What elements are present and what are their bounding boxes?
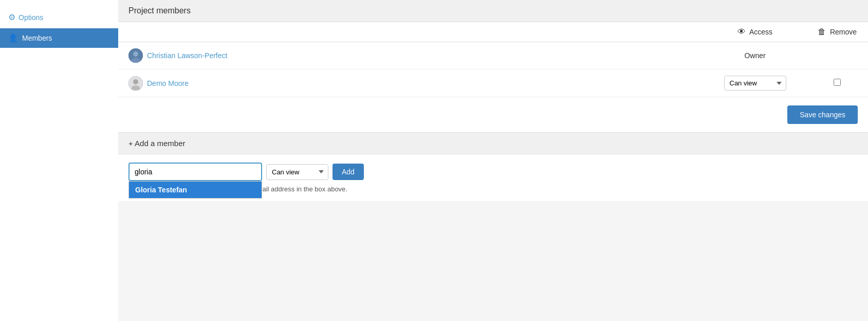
svg-point-1 — [133, 51, 138, 57]
add-member-body: Gloria Testefan Can view Can edit Can co… — [118, 154, 868, 201]
sidebar: ⚙ Options 👤 Members — [0, 0, 118, 321]
section-header: Project members — [118, 0, 868, 22]
demo-name-text: Demo Moore — [147, 79, 189, 87]
christian-name-text: Christian Lawson-Perfect — [147, 51, 227, 60]
sidebar-item-members[interactable]: 👤 Members — [0, 28, 118, 48]
table-row: Christian Lawson-Perfect Owner — [118, 42, 868, 69]
sidebar-options-label: Options — [19, 13, 43, 22]
autocomplete-item-gloria[interactable]: Gloria Testefan — [129, 182, 262, 198]
avatar-image-demo — [128, 76, 143, 91]
add-button[interactable]: Add — [333, 164, 364, 180]
member-name-demo[interactable]: Demo Moore — [128, 76, 693, 91]
table-row: Demo Moore Can view Can edit Can comment — [118, 69, 868, 97]
owner-text: Owner — [744, 51, 765, 60]
add-member-form: Gloria Testefan Can view Can edit Can co… — [128, 163, 858, 181]
td-remove-demo[interactable] — [806, 69, 868, 97]
access-column-label: Access — [749, 28, 772, 36]
section-title: Project members — [128, 6, 191, 15]
avatar-demo — [128, 76, 143, 91]
avatar-image-christian — [128, 48, 143, 63]
add-member-header: + Add a member — [118, 133, 868, 154]
save-changes-button[interactable]: Save changes — [787, 105, 858, 124]
th-access: 👁 Access — [704, 22, 806, 42]
td-access-demo[interactable]: Can view Can edit Can comment — [704, 69, 806, 97]
eye-icon: 👁 — [737, 27, 746, 36]
autocomplete-dropdown: Gloria Testefan — [128, 181, 262, 199]
sidebar-members-label: Members — [22, 34, 52, 42]
add-member-title: + Add a member — [128, 139, 185, 148]
autocomplete-wrapper: Gloria Testefan — [128, 163, 262, 181]
sidebar-item-options[interactable]: ⚙ Options — [0, 8, 118, 26]
remove-checkbox-demo[interactable] — [834, 79, 841, 86]
th-remove: 🗑 Remove — [806, 22, 868, 42]
person-icon: 👤 — [8, 33, 18, 43]
th-name — [118, 22, 704, 42]
members-table: 👁 Access 🗑 Remove — [118, 22, 868, 97]
trash-icon: 🗑 — [818, 27, 826, 36]
td-access-christian: Owner — [704, 42, 806, 69]
svg-point-4 — [133, 79, 138, 84]
access-select-add[interactable]: Can view Can edit Can comment — [266, 164, 328, 180]
member-name-christian[interactable]: Christian Lawson-Perfect — [128, 48, 693, 63]
member-search-input[interactable] — [128, 163, 262, 181]
avatar-christian — [128, 48, 143, 63]
save-row: Save changes — [118, 97, 868, 132]
remove-column-label: Remove — [830, 28, 857, 36]
access-select-demo[interactable]: Can view Can edit Can comment — [724, 76, 786, 91]
td-remove-christian — [806, 42, 868, 69]
gear-icon: ⚙ — [8, 12, 15, 22]
main-content: Project members 👁 Access 🗑 Remove — [118, 0, 868, 321]
members-area: 👁 Access 🗑 Remove — [118, 22, 868, 133]
